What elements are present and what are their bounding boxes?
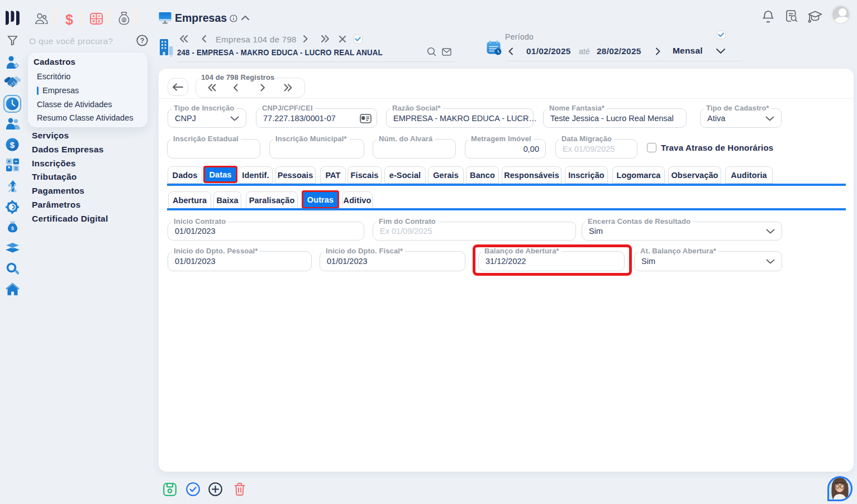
svg-text:?: ? xyxy=(140,37,145,45)
svg-text:$: $ xyxy=(10,140,15,150)
svg-text:$: $ xyxy=(11,225,14,231)
